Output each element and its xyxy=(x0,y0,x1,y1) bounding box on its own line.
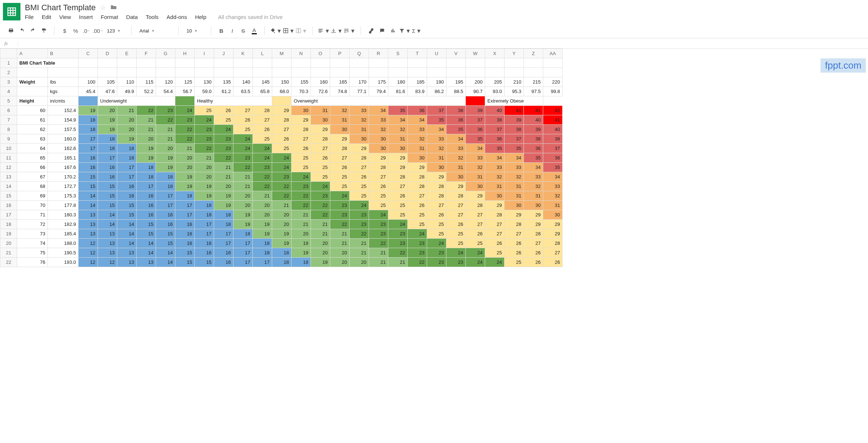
bmi-cell[interactable]: 14 xyxy=(117,220,137,229)
column-header[interactable]: G xyxy=(156,49,175,58)
bmi-cell[interactable]: 21 xyxy=(311,229,330,239)
bmi-cell[interactable]: 30 xyxy=(524,201,543,210)
bmi-cell[interactable]: 21 xyxy=(233,172,253,182)
bmi-cell[interactable]: 19 xyxy=(156,163,175,172)
bmi-cell[interactable]: 23 xyxy=(388,229,408,239)
bmi-cell[interactable]: 17 xyxy=(214,239,233,248)
bmi-cell[interactable]: 14 xyxy=(156,258,175,267)
menu-help[interactable]: Help xyxy=(195,14,206,20)
paint-format-icon[interactable] xyxy=(39,26,49,36)
bmi-cell[interactable]: 19 xyxy=(98,115,117,125)
bmi-cell[interactable]: 41 xyxy=(543,115,563,125)
row-header[interactable]: 13 xyxy=(0,172,17,182)
bmi-cell[interactable]: 33 xyxy=(524,172,543,182)
bmi-cell[interactable]: 23 xyxy=(292,182,311,191)
bmi-cell[interactable]: 32 xyxy=(524,182,543,191)
bmi-cell[interactable]: 20 xyxy=(272,220,292,229)
bmi-cell[interactable]: 26 xyxy=(466,229,485,239)
bmi-cell[interactable]: 33 xyxy=(543,182,563,191)
bmi-cell[interactable]: 25 xyxy=(311,172,330,182)
bmi-cell[interactable]: 22 xyxy=(272,191,292,201)
bmi-cell[interactable]: 24 xyxy=(195,115,214,125)
bmi-cell[interactable]: 37 xyxy=(427,106,446,115)
bmi-cell[interactable]: 15 xyxy=(117,210,137,220)
bmi-cell[interactable]: 38 xyxy=(543,134,563,144)
bmi-cell[interactable]: 19 xyxy=(311,258,330,267)
bmi-cell[interactable]: 16 xyxy=(137,191,156,201)
column-header[interactable]: D xyxy=(98,49,117,58)
column-header[interactable]: O xyxy=(311,49,330,58)
bmi-cell[interactable]: 36 xyxy=(543,153,563,163)
bmi-cell[interactable]: 39 xyxy=(466,106,485,115)
bmi-cell[interactable]: 21 xyxy=(330,239,350,248)
bmi-cell[interactable]: 22 xyxy=(195,144,214,153)
bmi-cell[interactable]: 22 xyxy=(253,172,272,182)
bmi-cell[interactable]: 27 xyxy=(233,106,253,115)
bmi-cell[interactable]: 19 xyxy=(214,201,233,210)
bmi-cell[interactable]: 29 xyxy=(505,210,524,220)
bmi-cell[interactable]: 30 xyxy=(369,144,388,153)
bmi-cell[interactable]: 23 xyxy=(350,210,369,220)
bmi-cell[interactable]: 15 xyxy=(98,182,117,191)
bmi-cell[interactable]: 23 xyxy=(195,125,214,134)
bmi-cell[interactable]: 16 xyxy=(195,239,214,248)
bmi-cell[interactable]: 34 xyxy=(427,125,446,134)
bmi-cell[interactable]: 31 xyxy=(427,153,446,163)
bmi-cell[interactable]: 20 xyxy=(253,210,272,220)
row-header[interactable]: 7 xyxy=(0,115,17,125)
bmi-cell[interactable]: 25 xyxy=(272,144,292,153)
fill-color-button[interactable]: ▼ xyxy=(270,26,282,36)
bmi-cell[interactable]: 27 xyxy=(446,210,466,220)
bmi-cell[interactable]: 22 xyxy=(408,258,427,267)
bmi-cell[interactable]: 29 xyxy=(369,153,388,163)
bmi-cell[interactable]: 19 xyxy=(253,220,272,229)
bmi-cell[interactable]: 14 xyxy=(98,210,117,220)
bmi-cell[interactable]: 31 xyxy=(505,182,524,191)
bmi-cell[interactable]: 22 xyxy=(292,191,311,201)
bmi-cell[interactable]: 29 xyxy=(446,182,466,191)
bmi-cell[interactable]: 21 xyxy=(272,201,292,210)
decrease-decimal-button[interactable]: .0← xyxy=(81,26,92,36)
bmi-cell[interactable]: 21 xyxy=(117,106,137,115)
number-format-select[interactable]: 123▼ xyxy=(104,26,126,36)
print-icon[interactable] xyxy=(6,26,16,36)
bmi-cell[interactable]: 22 xyxy=(330,220,350,229)
bmi-cell[interactable]: 42 xyxy=(543,106,563,115)
bmi-cell[interactable]: 25 xyxy=(388,201,408,210)
bmi-cell[interactable]: 28 xyxy=(466,201,485,210)
bmi-cell[interactable]: 17 xyxy=(233,239,253,248)
bmi-cell[interactable]: 22 xyxy=(388,248,408,258)
bmi-cell[interactable]: 16 xyxy=(98,163,117,172)
row-header[interactable]: 9 xyxy=(0,134,17,144)
bmi-cell[interactable]: 28 xyxy=(505,220,524,229)
bmi-cell[interactable]: 21 xyxy=(292,220,311,229)
bmi-cell[interactable]: 14 xyxy=(79,201,98,210)
bmi-cell[interactable]: 20 xyxy=(292,229,311,239)
bmi-cell[interactable]: 30 xyxy=(543,210,563,220)
bmi-cell[interactable]: 31 xyxy=(543,201,563,210)
bmi-cell[interactable]: 40 xyxy=(543,125,563,134)
bmi-cell[interactable]: 29 xyxy=(408,163,427,172)
bmi-cell[interactable]: 22 xyxy=(292,201,311,210)
bmi-cell[interactable]: 30 xyxy=(408,153,427,163)
bmi-cell[interactable]: 32 xyxy=(446,153,466,163)
bmi-cell[interactable]: 22 xyxy=(137,106,156,115)
row-header[interactable]: 4 xyxy=(0,87,17,96)
bmi-cell[interactable]: 30 xyxy=(369,134,388,144)
bmi-cell[interactable]: 13 xyxy=(79,220,98,229)
bmi-cell[interactable]: 33 xyxy=(350,106,369,115)
bmi-cell[interactable]: 34 xyxy=(524,163,543,172)
bmi-cell[interactable]: 17 xyxy=(98,153,117,163)
column-header[interactable]: Z xyxy=(524,49,543,58)
bmi-cell[interactable]: 19 xyxy=(175,182,195,191)
bmi-cell[interactable]: 22 xyxy=(175,134,195,144)
bmi-cell[interactable]: 15 xyxy=(79,172,98,182)
bmi-cell[interactable]: 32 xyxy=(350,115,369,125)
bmi-cell[interactable]: 33 xyxy=(369,115,388,125)
bmi-cell[interactable]: 18 xyxy=(79,115,98,125)
bmi-cell[interactable]: 32 xyxy=(543,191,563,201)
bmi-cell[interactable]: 22 xyxy=(253,182,272,191)
row-header[interactable]: 18 xyxy=(0,220,17,229)
bmi-cell[interactable]: 32 xyxy=(408,134,427,144)
bmi-cell[interactable]: 27 xyxy=(446,201,466,210)
